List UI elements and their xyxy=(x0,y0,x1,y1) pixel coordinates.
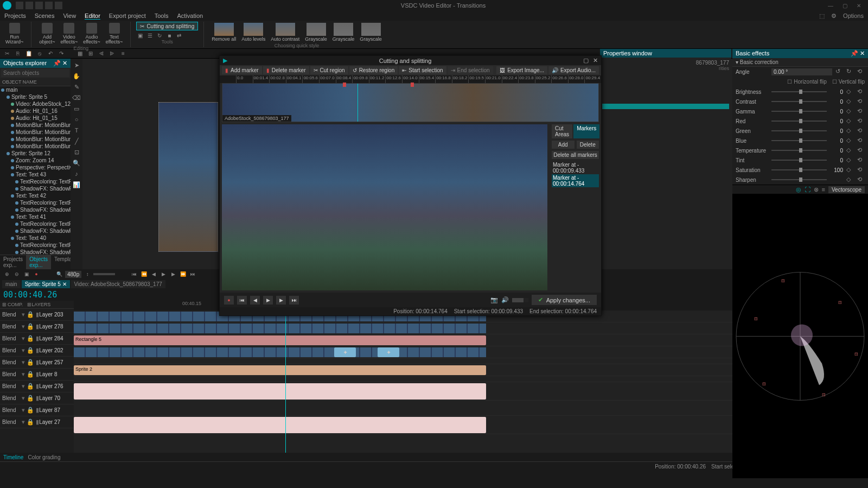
tree-item[interactable]: Sprite: Sprite 12 xyxy=(0,150,71,157)
shape-icon[interactable]: ○ xyxy=(72,115,81,124)
keyframe-icon[interactable]: ◇ xyxy=(846,107,854,115)
keyframe-icon[interactable]: ◇ xyxy=(846,137,854,144)
tree-item[interactable]: Text: Text 40 xyxy=(0,235,71,242)
qa-icon[interactable] xyxy=(55,2,62,9)
style-remove-all[interactable]: Remove all xyxy=(209,22,238,43)
tree-item[interactable]: Text: Text 41 xyxy=(0,213,71,220)
apply-changes-button[interactable]: ✔Apply changes... xyxy=(532,295,597,305)
line-icon[interactable]: ╱ xyxy=(72,137,81,145)
tl-icon[interactable]: ⊖ xyxy=(13,270,21,278)
align-icon[interactable]: ⫷ xyxy=(98,50,105,58)
layer-row[interactable]: Blend▾ 🔒 ▮Layer 276 xyxy=(0,381,74,392)
tree-item[interactable]: ShadowFX: ShadowFX 43 xyxy=(0,185,71,192)
tree-item[interactable]: Text: Text 43 xyxy=(0,171,71,178)
video-clip[interactable] xyxy=(74,347,486,357)
layer-row[interactable]: Blend▾ 🔒 ▮Layer 8 xyxy=(0,369,74,381)
cs-close-button[interactable]: ✕ xyxy=(593,57,598,64)
maximize-button[interactable]: ▢ xyxy=(838,2,851,9)
basic-correction-section[interactable]: Basic correction xyxy=(740,59,778,65)
tool-icon[interactable]: ⇄ xyxy=(175,31,183,39)
video-clip[interactable] xyxy=(74,324,486,333)
object-tree[interactable]: mainSprite: Sprite 5Video: AdobeStock_12… xyxy=(0,86,71,255)
tint-slider[interactable] xyxy=(771,160,827,161)
menu-editor[interactable]: Editor xyxy=(85,12,100,20)
style-grayscale[interactable]: Grayscale xyxy=(358,22,384,43)
layer-row[interactable]: Blend▾ 🔒 ▮Layer 70 xyxy=(0,392,74,404)
hand-icon[interactable]: ✋ xyxy=(72,72,81,80)
pointer-icon[interactable]: ➤ xyxy=(72,61,81,69)
tab-projects[interactable]: Projects exp... xyxy=(0,255,26,269)
tree-item[interactable]: ShadowFX: ShadowFX 41 xyxy=(0,227,71,235)
marker[interactable] xyxy=(411,83,414,87)
reset-icon[interactable]: ⟲ xyxy=(857,156,865,164)
marker-add-button[interactable]: Add xyxy=(552,141,575,149)
options-link[interactable]: Options xyxy=(843,12,864,19)
waveform-clip[interactable] xyxy=(74,417,486,433)
tree-item[interactable]: Zoom: Zoom 14 xyxy=(0,157,71,164)
marker-item[interactable]: Marker at - 00:00:09.433 xyxy=(552,161,599,174)
delete-all-markers-button[interactable]: Delete all markers xyxy=(552,151,599,159)
minimize-button[interactable]: — xyxy=(824,2,837,9)
tool-icon[interactable]: ↻ xyxy=(156,31,163,39)
play-icon[interactable]: ▶ xyxy=(159,270,167,278)
keyframe-icon[interactable]: ◇ xyxy=(846,127,854,135)
keyframe-icon[interactable]: ◇ xyxy=(846,166,854,174)
pin-icon[interactable]: 📌 ✕ xyxy=(53,60,67,67)
play-button[interactable]: ▶ xyxy=(263,296,273,305)
menu-tools[interactable]: Tools xyxy=(155,12,169,19)
tab-markers[interactable]: Markers xyxy=(573,124,599,138)
grid-icon[interactable]: ▦ xyxy=(76,50,84,58)
cs-thumbnails[interactable]: AdobeStock_508679803_177 xyxy=(222,83,599,122)
tree-item[interactable]: MotionBlur: MotionBlur 13 xyxy=(0,143,71,150)
qa-icon[interactable] xyxy=(35,2,43,9)
reset-icon[interactable]: ⟲ xyxy=(857,127,865,135)
tree-item[interactable]: MotionBlur: MotionBlur 16 xyxy=(0,122,71,129)
tree-item[interactable]: MotionBlur: MotionBlur 14 xyxy=(0,136,71,143)
cs-playhead[interactable] xyxy=(358,84,358,122)
tree-item[interactable]: Sprite: Sprite 5 xyxy=(0,93,71,100)
tab-objects[interactable]: Objects exp... xyxy=(26,255,51,269)
tree-item[interactable]: main xyxy=(0,86,71,93)
scope-icon[interactable]: ◎ xyxy=(796,186,801,193)
reset-icon[interactable]: ⟲ xyxy=(857,117,865,125)
tl-record-icon[interactable]: ● xyxy=(33,270,40,278)
marker[interactable] xyxy=(343,83,346,87)
rectangle-clip[interactable]: Rectangle 5 xyxy=(74,335,486,345)
reset-icon[interactable]: ⟲ xyxy=(857,88,865,96)
blue-slider[interactable] xyxy=(771,140,827,141)
rotate-ccw-icon[interactable]: ↺ xyxy=(835,68,843,75)
zoom-icon[interactable]: 🔍 xyxy=(72,159,81,167)
reset-icon[interactable]: ⟲ xyxy=(857,68,865,75)
bottom-tab-timeline[interactable]: Timeline xyxy=(3,454,23,460)
align-icon[interactable]: ⊞ xyxy=(87,50,94,58)
selection-frame[interactable] xyxy=(158,102,218,252)
bottom-tab-color-grading[interactable]: Color grading xyxy=(28,454,60,460)
red-slider[interactable] xyxy=(771,121,827,122)
contrast-slider[interactable] xyxy=(771,101,827,102)
tl-icon[interactable]: ⊕ xyxy=(3,270,11,278)
menu-view[interactable]: View xyxy=(63,12,76,19)
menu-export[interactable]: Export project xyxy=(109,12,146,19)
goto-start-button[interactable]: ⏮ xyxy=(237,296,247,305)
cut-icon[interactable]: ✂ xyxy=(3,50,11,58)
rotate-cw-icon[interactable]: ↻ xyxy=(846,68,854,75)
text-icon[interactable]: T xyxy=(72,126,81,135)
volume-icon[interactable]: 🔊 xyxy=(501,296,509,303)
scope-icon[interactable]: ≡ xyxy=(822,186,825,193)
tl-icon[interactable]: ▣ xyxy=(23,270,30,278)
goto-start-icon[interactable]: ⏮ xyxy=(130,270,138,278)
marker-list[interactable]: Marker at - 00:00:09.433 Marker at - 00:… xyxy=(552,161,599,187)
paste-icon[interactable]: 📋 xyxy=(25,50,33,58)
align-icon[interactable]: ⫸ xyxy=(108,50,116,58)
snapshot-icon[interactable]: 📷 xyxy=(490,296,498,303)
text-effects-button[interactable]: Text effects~ xyxy=(104,22,125,46)
keyframe-icon[interactable]: ◇ xyxy=(846,156,854,164)
qa-icon[interactable] xyxy=(16,2,23,9)
cs-maximize-button[interactable]: ▢ xyxy=(583,57,589,64)
tree-item[interactable]: Audio: Hit_01_15 xyxy=(0,115,71,122)
brightness-slider[interactable] xyxy=(771,91,827,92)
style-grayscale[interactable]: Grayscale xyxy=(330,22,357,43)
prev-frame-icon[interactable]: ◀ xyxy=(150,270,157,278)
preview-resolution[interactable]: 480p xyxy=(65,271,81,278)
playhead-line[interactable] xyxy=(285,310,286,453)
